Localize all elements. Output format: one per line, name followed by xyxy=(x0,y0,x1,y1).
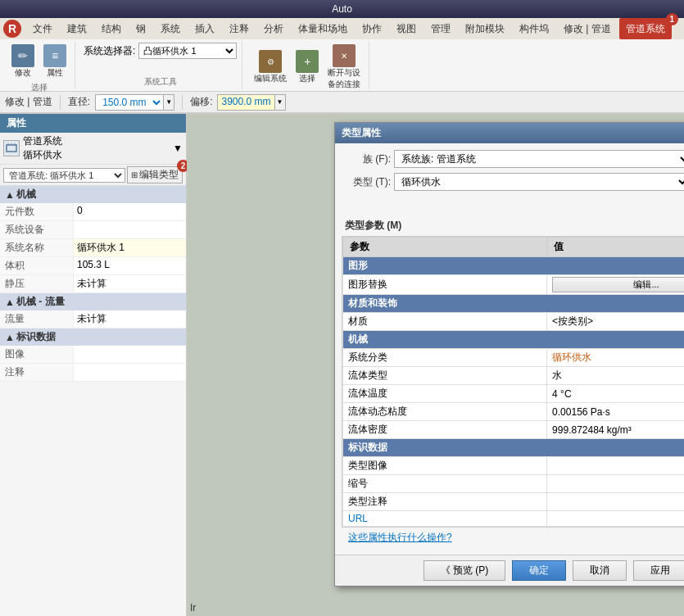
tab-file[interactable]: 文件 xyxy=(26,18,59,39)
ok-button[interactable]: 确定 xyxy=(512,560,566,581)
type-params-label: 类型参数 (M) xyxy=(345,219,684,233)
edit-type-label: 编辑类型 xyxy=(139,168,179,182)
ribbon-buttons-select: ✏ 修改 ≡ 属性 xyxy=(8,43,70,80)
prop-value-system-equipment xyxy=(74,221,186,238)
system-selector-row: 系统选择器: 凸循环供水 1 xyxy=(84,43,237,59)
row-fluid-density: 流体密度 999.872484 kg/m³ xyxy=(343,421,685,439)
identification-chevron: ▲ xyxy=(5,332,15,343)
canvas-area[interactable]: Ir 类型属性 ✕ 族 (F): 系统族: 管道系统 xyxy=(187,114,684,616)
param-system-category: 系统分类 xyxy=(343,349,547,367)
section-material: 材质和装饰 ^ xyxy=(343,295,685,313)
prop-value-element-count: 0 xyxy=(74,203,186,220)
tab-architecture[interactable]: 建筑 xyxy=(61,18,93,39)
tab-componentlib[interactable]: 构件坞 xyxy=(513,18,555,39)
diameter-arrow[interactable]: ▼ xyxy=(163,94,174,111)
ribbon-tab-bar: R 文件 建筑 结构 钢 系统 插入 注释 分析 体量和场地 协作 视图 管理 … xyxy=(0,18,684,39)
family-select[interactable]: 系统族: 管道系统 xyxy=(394,150,684,168)
help-link[interactable]: 这些属性执行什么操作? xyxy=(348,531,452,545)
tab-insert[interactable]: 插入 xyxy=(188,18,221,39)
select-equipment-button[interactable]: + 选择 xyxy=(292,48,322,86)
preview-button[interactable]: 《 预览 (P) xyxy=(424,560,506,581)
tab-pipe-system[interactable]: 管道系统 1 xyxy=(619,18,672,39)
diameter-label: 直径: xyxy=(68,95,90,109)
select-equipment-icon: + xyxy=(296,50,319,73)
row-type-image: 类型图像 xyxy=(343,457,685,475)
tab-modify-pipe[interactable]: 修改 | 管道 xyxy=(557,18,618,39)
graphics-edit-button[interactable]: 编辑... xyxy=(552,277,684,292)
main-area: 属性 管道系统 循环供水 ▼ 管道系统: 循环供水 1 xyxy=(0,114,684,616)
offset-control: 3900.0 mm ▼ xyxy=(217,94,285,111)
row-fluid-viscosity: 流体动态粘度 0.00156 Pa·s xyxy=(343,403,685,421)
apply-button[interactable]: 应用 xyxy=(633,560,684,581)
value-material[interactable]: <按类别> xyxy=(547,313,684,331)
section-graphics-label: 图形 xyxy=(348,260,368,271)
properties-button[interactable]: ≡ 属性 xyxy=(40,43,70,80)
offset-value[interactable]: 3900.0 mm xyxy=(217,94,274,111)
section-identification-label: 标识数据 xyxy=(348,442,387,453)
tab-steel[interactable]: 钢 xyxy=(129,18,152,39)
tab-structure[interactable]: 结构 xyxy=(95,18,128,39)
panel-system-dropdown[interactable]: 管道系统: 循环供水 1 xyxy=(3,168,125,183)
prop-value-comment xyxy=(74,364,186,381)
row-fluid-type: 流体类型 水 xyxy=(343,367,685,385)
identification-header[interactable]: ▲ 标识数据 xyxy=(0,328,186,346)
tab-view[interactable]: 视图 xyxy=(390,18,423,39)
tab-badge: 1 xyxy=(666,13,678,25)
tab-annotation[interactable]: 注释 xyxy=(223,18,256,39)
properties-label: 属性 xyxy=(47,67,63,79)
disconnect-button[interactable]: ✕ 断开与设备的连接 xyxy=(324,43,364,92)
offset-label: 偏移: xyxy=(190,95,212,109)
prop-name-static-pressure: 静压 xyxy=(0,275,74,292)
help-link-wrapper: 这些属性执行什么操作? xyxy=(342,528,684,548)
mechanical-section-header[interactable]: ▲ 机械 xyxy=(0,186,186,203)
edit-type-wrapper: ⊞ 编辑类型 2 xyxy=(127,166,183,183)
prop-value-image xyxy=(74,346,186,363)
tab-system[interactable]: 系统 xyxy=(154,18,187,39)
value-type-comment xyxy=(547,493,684,511)
properties-icon: ≡ xyxy=(43,44,66,67)
row-url: URL xyxy=(343,511,685,527)
value-fluid-viscosity: 0.00156 Pa·s xyxy=(547,403,684,421)
type-label: 类型 (T): xyxy=(342,175,391,189)
type-select[interactable]: 循环供水 xyxy=(394,173,684,191)
type-select-wrapper: 循环供水 ▼ xyxy=(394,173,684,191)
app-logo: R xyxy=(3,20,21,38)
panel-collapse-arrow[interactable]: ▼ xyxy=(173,143,183,154)
left-panel: 属性 管道系统 循环供水 ▼ 管道系统: 循环供水 1 xyxy=(0,114,187,616)
svg-rect-0 xyxy=(7,145,16,152)
identification-section: ▲ 标识数据 图像 注释 xyxy=(0,328,186,382)
secondary-toolbar: 修改 | 管道 直径: 150.0 mm ▼ 偏移: 3900.0 mm ▼ xyxy=(0,92,684,113)
rename-row: 重命名 (R)... xyxy=(342,196,684,214)
edit-system-button[interactable]: ⚙ 编辑系统 xyxy=(251,48,290,86)
title-text: Auto xyxy=(3,3,681,15)
prop-name-flow: 流量 xyxy=(0,310,74,328)
tab-addins[interactable]: 附加模块 xyxy=(459,18,511,39)
tab-manage[interactable]: 管理 xyxy=(424,18,457,39)
param-fluid-density: 流体密度 xyxy=(343,421,547,439)
ribbon-group-select: ✏ 修改 ≡ 属性 选择 xyxy=(3,41,75,89)
system-selector-dropdown[interactable]: 凸循环供水 1 xyxy=(138,43,237,59)
identification-label: 标识数据 xyxy=(16,330,56,344)
prop-value-system-name[interactable]: 循环供水 1 xyxy=(74,239,186,256)
mechanical-flow-header[interactable]: ▲ 机械 - 流量 xyxy=(0,293,186,310)
edit-type-button[interactable]: ⊞ 编辑类型 xyxy=(127,166,183,183)
sep1 xyxy=(60,95,61,110)
row-fluid-temp: 流体温度 4 °C xyxy=(343,385,685,403)
value-abbreviation xyxy=(547,475,684,493)
value-type-image xyxy=(547,457,684,475)
family-select-wrapper: 系统族: 管道系统 ▼ xyxy=(394,150,684,168)
tab-collaborate[interactable]: 协作 xyxy=(356,18,388,39)
diameter-select[interactable]: 150.0 mm xyxy=(95,94,164,111)
tab-analyze[interactable]: 分析 xyxy=(257,18,290,39)
row-type-comment: 类型注释 xyxy=(343,493,685,511)
offset-arrow[interactable]: ▼ xyxy=(274,94,286,111)
modify-button[interactable]: ✏ 修改 xyxy=(8,43,38,80)
panel-subheader: 管道系统 循环供水 ▼ xyxy=(0,133,186,165)
tab-massing[interactable]: 体量和场地 xyxy=(292,18,354,39)
prop-value-flow: 未计算 xyxy=(74,310,186,328)
system-selector-group: 系统选择器: 凸循环供水 1 系统工具 xyxy=(79,41,242,89)
type-params-container[interactable]: 参数 值 ⇅ 图形 ^ xyxy=(342,236,684,528)
cancel-button[interactable]: 取消 xyxy=(573,560,627,581)
system-tools-label: 系统工具 xyxy=(84,76,237,88)
type-params-table: 参数 值 ⇅ 图形 ^ xyxy=(342,237,684,527)
